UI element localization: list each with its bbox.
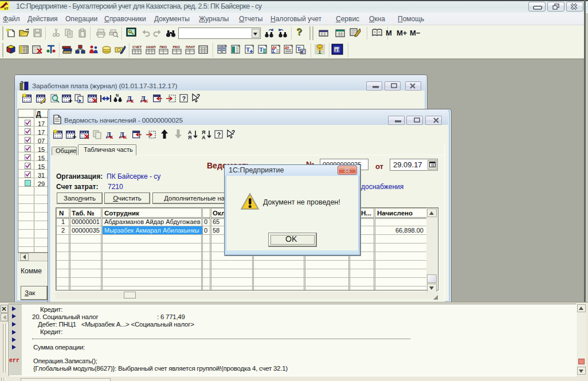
svg-text:ДК: ДК <box>285 46 289 49</box>
svg-text:ПКО: ПКО <box>160 45 167 49</box>
svg-text:ПЛАТ: ПЛАТ <box>186 45 195 49</box>
svg-text:N: N <box>116 93 119 97</box>
svg-text:А: А <box>202 135 206 140</box>
svg-text:РКО: РКО <box>173 45 181 49</box>
svg-text:V7: V7 <box>4 7 9 10</box>
svg-text:НАКЛ: НАКЛ <box>146 45 156 49</box>
svg-text:T: T <box>259 46 264 53</box>
svg-text:СЧЕТ: СЧЕТ <box>132 45 142 49</box>
svg-text:a: a <box>301 50 303 54</box>
svg-text:37: 37 <box>335 48 340 53</box>
svg-text:Σ: Σ <box>272 48 276 54</box>
svg-text:T: T <box>246 46 250 53</box>
svg-text:Я: Я <box>188 135 191 140</box>
